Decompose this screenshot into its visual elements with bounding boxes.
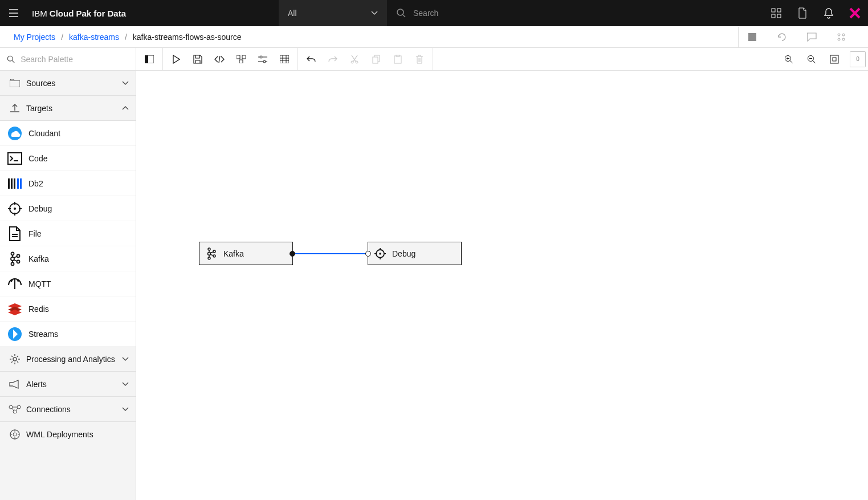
main-area: Sources Targets Cloudant: [0, 71, 868, 500]
notifications-badge[interactable]: 0: [850, 51, 866, 67]
brand-title: IBM Cloud Pak for Data: [27, 9, 126, 18]
document-button[interactable]: [789, 0, 816, 26]
notifications-button[interactable]: [816, 0, 842, 26]
stop-button[interactable]: [738, 27, 765, 47]
svg-point-42: [17, 260, 20, 263]
node-label: Debug: [392, 249, 415, 258]
edge-kafka-debug[interactable]: [293, 253, 368, 254]
palette-item-redis[interactable]: Redis: [0, 296, 136, 322]
svg-rect-18: [280, 55, 289, 63]
schema-button[interactable]: [230, 48, 252, 70]
redo-button[interactable]: [322, 48, 344, 70]
breadcrumb-root[interactable]: My Projects: [14, 32, 55, 42]
svg-rect-35: [20, 178, 22, 189]
category-processing[interactable]: Processing and Analytics: [0, 347, 136, 372]
node-kafka[interactable]: Kafka: [199, 242, 293, 265]
target-icon: [7, 201, 23, 217]
hamburger-menu-button[interactable]: [0, 0, 27, 26]
brand-product: Cloud Pak for Data: [50, 9, 126, 18]
undo-button[interactable]: [300, 48, 322, 70]
chevron-down-icon: [122, 81, 129, 86]
palette-item-streams[interactable]: Streams: [0, 322, 136, 347]
palette-item-label: Streams: [23, 330, 58, 339]
parameters-button[interactable]: [252, 48, 274, 70]
input-port[interactable]: [365, 251, 371, 257]
comments-button[interactable]: [797, 27, 825, 47]
palette-item-cloudant[interactable]: Cloudant: [0, 121, 136, 146]
svg-point-16: [260, 56, 262, 58]
zoom-fit-button[interactable]: [824, 48, 845, 70]
scope-dropdown[interactable]: All: [279, 0, 387, 26]
paste-icon: [394, 55, 402, 64]
category-label: WML Deployments: [23, 430, 129, 439]
svg-rect-3: [772, 14, 775, 18]
category-connections[interactable]: Connections: [0, 397, 136, 422]
cut-icon: [351, 55, 358, 64]
svg-rect-31: [8, 178, 10, 189]
save-button[interactable]: [187, 48, 209, 70]
zoom-in-button[interactable]: [778, 48, 800, 70]
app-switcher-icon: [771, 8, 781, 18]
apps-button[interactable]: [763, 0, 789, 26]
global-search[interactable]: Search: [387, 0, 763, 26]
cut-button[interactable]: [344, 48, 365, 70]
search-icon: [7, 55, 15, 64]
category-label: Targets: [23, 104, 122, 113]
settings-button[interactable]: [827, 27, 854, 47]
svg-point-10: [7, 56, 13, 61]
palette-item-db2[interactable]: Db2: [0, 171, 136, 196]
palette-search[interactable]: [0, 48, 136, 70]
paste-button[interactable]: [387, 48, 409, 70]
run-button[interactable]: [165, 48, 187, 70]
breadcrumb-project[interactable]: kafka-streams: [69, 32, 119, 42]
megaphone-icon: [7, 380, 23, 389]
toggle-palette-button[interactable]: [138, 48, 160, 70]
delete-button[interactable]: [409, 48, 430, 70]
palette-item-file[interactable]: File: [0, 221, 136, 246]
breadcrumb-current: kafka-streams-flows-as-source: [133, 32, 242, 42]
palette-item-kafka[interactable]: Kafka: [0, 246, 136, 271]
svg-rect-30: [8, 153, 22, 164]
close-button[interactable]: [842, 0, 868, 26]
category-label: Processing and Analytics: [23, 355, 122, 364]
palette-item-debug[interactable]: Debug: [0, 196, 136, 221]
folder-icon: [7, 79, 23, 87]
close-icon: [849, 7, 861, 19]
connections-icon: [7, 405, 23, 414]
table-icon: [280, 55, 289, 63]
palette-item-label: Db2: [23, 179, 43, 188]
svg-rect-28: [10, 80, 20, 87]
file-icon: [7, 226, 23, 242]
db2-icon: [7, 176, 23, 192]
table-button[interactable]: [274, 48, 295, 70]
node-debug[interactable]: Debug: [368, 242, 462, 265]
svg-rect-13: [237, 55, 240, 59]
palette-item-label: MQTT: [23, 279, 51, 288]
editor-toolbar: 0: [0, 48, 868, 71]
redis-icon: [7, 301, 23, 317]
output-port[interactable]: [290, 251, 295, 257]
header-actions: [763, 0, 868, 26]
zoom-in-icon: [784, 55, 793, 64]
svg-point-41: [17, 254, 20, 257]
copy-button[interactable]: [365, 48, 387, 70]
category-targets[interactable]: Targets: [0, 96, 136, 121]
svg-rect-27: [833, 58, 836, 61]
schema-icon: [237, 55, 246, 63]
category-wml[interactable]: WML Deployments: [0, 422, 136, 447]
svg-point-7: [842, 34, 845, 36]
category-alerts[interactable]: Alerts: [0, 372, 136, 397]
palette-item-label: Redis: [23, 304, 49, 314]
redo-icon: [328, 56, 337, 63]
palette-item-code[interactable]: Code: [0, 146, 136, 171]
document-icon: [798, 7, 807, 19]
code-button[interactable]: [209, 48, 230, 70]
palette-item-mqtt[interactable]: MQTT: [0, 271, 136, 296]
flow-canvas[interactable]: Kafka Debug: [136, 71, 868, 500]
history-button[interactable]: [768, 27, 795, 47]
target-icon: [374, 247, 386, 260]
zoom-out-button[interactable]: [801, 48, 822, 70]
svg-point-49: [13, 433, 17, 436]
palette-search-input[interactable]: [21, 55, 129, 64]
category-sources[interactable]: Sources: [0, 71, 136, 96]
